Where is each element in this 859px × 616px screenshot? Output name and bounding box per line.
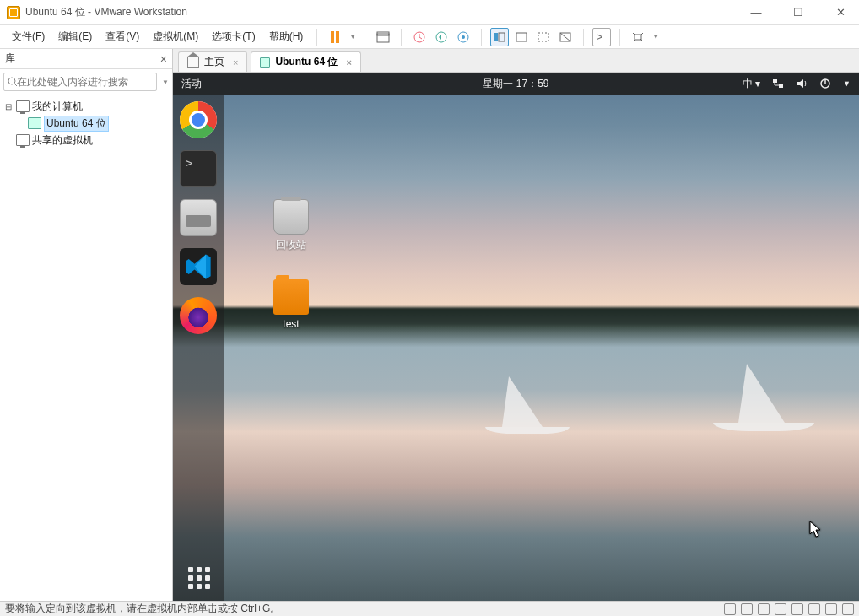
- stretch-guest-button[interactable]: [629, 28, 647, 46]
- tray-hdd-icon[interactable]: [724, 603, 736, 615]
- snapshot-button[interactable]: [410, 28, 429, 46]
- separator: [481, 29, 482, 46]
- svg-point-14: [8, 78, 15, 84]
- dock-chrome[interactable]: [180, 101, 217, 138]
- tab-ubuntu[interactable]: Ubuntu 64 位 ×: [251, 51, 360, 72]
- library-search-input[interactable]: [17, 76, 153, 88]
- home-icon: [187, 57, 199, 68]
- dock-firefox[interactable]: [180, 297, 217, 334]
- tab-label: 主页: [204, 55, 224, 69]
- svg-rect-7: [499, 33, 505, 41]
- tray-network-icon[interactable]: [758, 603, 770, 615]
- chevron-down-icon[interactable]: ▼: [843, 79, 851, 88]
- status-hint: 要将输入定向到该虚拟机，请在虚拟机内部单击或按 Ctrl+G。: [5, 602, 280, 616]
- trash-icon: [273, 199, 309, 235]
- console-terminal-button[interactable]: >_: [592, 28, 611, 46]
- menu-help[interactable]: 帮助(H): [264, 26, 309, 47]
- view-console-button[interactable]: [512, 28, 531, 46]
- window-titlebar: Ubuntu 64 位 - VMware Workstation — ☐ ✕: [0, 0, 859, 25]
- tray-message-icon[interactable]: [842, 603, 854, 615]
- svg-rect-8: [516, 33, 527, 41]
- power-icon[interactable]: [819, 78, 831, 89]
- tree-my-computer[interactable]: ⊟ 我的计算机: [2, 98, 170, 115]
- library-title: 库: [5, 51, 15, 66]
- vmware-app-icon: [7, 6, 20, 19]
- icon-label: 回收站: [266, 238, 316, 252]
- dock-terminal[interactable]: [180, 150, 217, 187]
- icon-label: test: [266, 318, 316, 330]
- tree-shared-vms[interactable]: 共享的虚拟机: [2, 132, 170, 149]
- clock[interactable]: 星期一 17：59: [483, 77, 548, 91]
- shared-icon: [16, 134, 30, 146]
- ime-indicator[interactable]: 中 ▾: [743, 77, 760, 91]
- menu-view[interactable]: 查看(V): [100, 26, 144, 47]
- dropdown-arrow-icon[interactable]: ▼: [652, 33, 659, 41]
- desktop-trash[interactable]: 回收站: [266, 199, 316, 252]
- menu-file[interactable]: 文件(F): [7, 26, 50, 47]
- close-button[interactable]: ✕: [829, 6, 852, 19]
- svg-rect-9: [538, 33, 548, 41]
- vm-icon: [260, 57, 270, 68]
- view-single-button[interactable]: [490, 28, 509, 46]
- gnome-dock: [173, 95, 224, 601]
- close-tab-icon[interactable]: ×: [346, 57, 351, 68]
- library-tree: ⊟ 我的计算机 Ubuntu 64 位 共享的虚拟机: [0, 95, 172, 152]
- menu-edit[interactable]: 编辑(E): [53, 26, 97, 47]
- manage-snapshot-button[interactable]: [454, 28, 473, 46]
- maximize-button[interactable]: ☐: [786, 6, 810, 19]
- tree-vm-ubuntu[interactable]: Ubuntu 64 位: [2, 115, 170, 132]
- window-title: Ubuntu 64 位 - VMware Workstation: [25, 5, 187, 19]
- dropdown-arrow-icon[interactable]: ▼: [349, 33, 356, 41]
- tree-label: 共享的虚拟机: [32, 133, 93, 148]
- search-icon: [8, 77, 17, 87]
- collapse-icon[interactable]: ⊟: [3, 102, 14, 111]
- vm-tabs: 主页 × Ubuntu 64 位 ×: [173, 49, 859, 73]
- tray-cd-icon[interactable]: [741, 603, 753, 615]
- view-fullscreen-button[interactable]: [534, 28, 553, 46]
- search-dropdown-icon[interactable]: ▼: [162, 78, 169, 86]
- send-ctrl-alt-del-button[interactable]: [374, 28, 392, 46]
- tray-sound-icon[interactable]: [791, 603, 803, 615]
- library-panel: 库 × ▼ ⊟ 我的计算机 Ubuntu 64 位 共享的虚拟机: [0, 49, 173, 601]
- activities-button[interactable]: 活动: [181, 77, 202, 91]
- mouse-cursor: [809, 521, 821, 538]
- tree-label: Ubuntu 64 位: [44, 116, 109, 132]
- network-icon[interactable]: [772, 78, 784, 89]
- library-search[interactable]: [3, 73, 157, 91]
- vm-device-tray: [724, 603, 854, 615]
- tab-label: Ubuntu 64 位: [275, 55, 338, 69]
- dock-vscode[interactable]: [180, 248, 217, 285]
- tray-usb-icon[interactable]: [775, 603, 786, 615]
- svg-line-11: [560, 33, 570, 41]
- folder-icon: [273, 279, 309, 315]
- menu-toolbar: 文件(F) 编辑(E) 查看(V) 虚拟机(M) 选项卡(T) 帮助(H) ▼ …: [0, 25, 859, 49]
- menu-tabs[interactable]: 选项卡(T): [207, 26, 260, 47]
- minimize-button[interactable]: —: [744, 6, 768, 19]
- svg-text:>_: >_: [597, 32, 608, 42]
- view-unity-button[interactable]: [556, 28, 575, 46]
- tree-label: 我的计算机: [32, 100, 83, 114]
- dock-show-apps[interactable]: [188, 567, 210, 589]
- separator: [583, 29, 584, 46]
- close-tab-icon[interactable]: ×: [233, 57, 238, 68]
- menu-vm[interactable]: 虚拟机(M): [148, 26, 203, 47]
- monitor-icon: [16, 100, 30, 112]
- dock-files[interactable]: [180, 199, 217, 236]
- tab-home[interactable]: 主页 ×: [178, 51, 247, 72]
- tray-display-icon[interactable]: [825, 603, 837, 615]
- volume-icon[interactable]: [796, 78, 808, 89]
- separator: [619, 29, 620, 46]
- vm-icon: [28, 117, 41, 129]
- gnome-top-bar: 活动 星期一 17：59 中 ▾ ▼: [173, 73, 859, 95]
- svg-rect-6: [494, 33, 498, 41]
- separator: [401, 29, 402, 46]
- wallpaper: [173, 73, 859, 601]
- tray-printer-icon[interactable]: [808, 603, 820, 615]
- pause-vm-button[interactable]: [326, 28, 344, 46]
- guest-screen[interactable]: 活动 星期一 17：59 中 ▾ ▼: [173, 73, 859, 601]
- status-bar: 要将输入定向到该虚拟机，请在虚拟机内部单击或按 Ctrl+G。: [0, 601, 859, 616]
- close-library-button[interactable]: ×: [160, 52, 167, 66]
- svg-rect-16: [773, 79, 777, 83]
- revert-snapshot-button[interactable]: [432, 28, 451, 46]
- desktop-folder-test[interactable]: test: [266, 279, 316, 330]
